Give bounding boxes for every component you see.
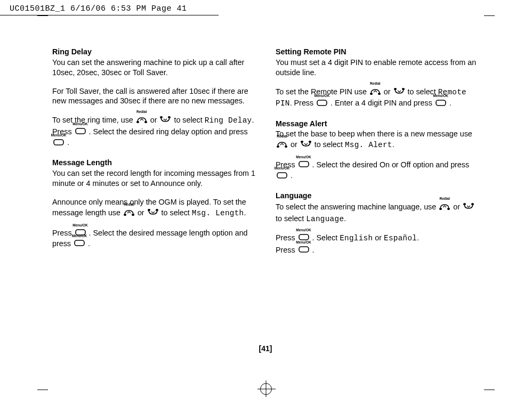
heading-message-length: Message Length	[52, 158, 255, 168]
section-language: Language To select the answering machine…	[276, 191, 479, 256]
menu-ok-icon: Menu/OK	[435, 99, 447, 109]
left-column: Ring Delay You can set the answering mac…	[52, 47, 255, 265]
heading-message-alert: Message Alert	[276, 119, 479, 129]
body-text: To set the Remote PIN use Redial or to s…	[276, 86, 479, 109]
text: .	[67, 138, 69, 147]
icon-label: Menu/OK	[72, 223, 88, 228]
text: or	[291, 141, 300, 149]
menu-ok-icon: Menu/OK	[316, 99, 328, 109]
icon-label: Menu/OK	[72, 234, 87, 239]
page-content: Ring Delay You can set the answering mac…	[52, 47, 479, 356]
code-text: English	[340, 234, 373, 242]
text: . Select the desired ring delay option a…	[89, 127, 248, 136]
redial-up-icon: Redial	[123, 207, 135, 220]
icon-label: Menu/OK	[296, 240, 311, 245]
section-remote-pin: Setting Remote PIN You must set a 4 digi…	[276, 47, 479, 109]
down-icon	[393, 86, 405, 99]
menu-ok-icon: Menu/OK	[276, 171, 288, 182]
text: .	[244, 208, 246, 217]
redial-up-icon: Redial	[276, 139, 288, 151]
section-message-length: Message Length You can set the record le…	[52, 158, 255, 249]
down-icon	[147, 207, 159, 220]
icon-label: Menu/OK	[315, 94, 330, 99]
menu-ok-icon: Menu/OK	[75, 127, 86, 137]
icon-label: Menu/OK	[275, 166, 290, 171]
body-text: To select the answering machine language…	[276, 201, 479, 224]
text: or	[384, 87, 393, 96]
text: . Enter a 4 digit PIN and press	[331, 99, 434, 107]
text: .	[88, 239, 90, 248]
icon-label: Redial	[370, 82, 381, 86]
text: .	[291, 171, 293, 180]
text: . Select the desired On or Off option an…	[312, 160, 470, 169]
crop-mark-bottom-center	[260, 383, 272, 395]
text: to select	[162, 208, 192, 217]
body-text: Press Menu/OK . Select the desired On or…	[276, 160, 479, 181]
down-icon	[300, 139, 312, 151]
icon-label: Redial	[124, 202, 134, 207]
body-text: For Toll Saver, the call is answered aft…	[52, 86, 255, 107]
right-column: Setting Remote PIN You must set a 4 digi…	[276, 47, 479, 265]
heading-remote-pin: Setting Remote PIN	[276, 47, 479, 57]
code-text: Language	[306, 215, 344, 223]
icon-label: Menu/OK	[433, 94, 449, 99]
menu-ok-icon: Menu/OK	[298, 160, 310, 171]
text: or	[138, 208, 147, 217]
menu-ok-icon: Menu/OK	[298, 245, 310, 256]
text: Press	[276, 246, 297, 254]
text: To select the answering machine language…	[276, 203, 438, 212]
heading-ring-delay: Ring Delay	[52, 47, 255, 57]
icon-label: Redial	[277, 134, 287, 139]
body-text: To set the base to beep when there is a …	[276, 129, 479, 151]
icon-label: Menu/OK	[51, 133, 67, 138]
text: To set the base to beep when there is a …	[276, 129, 472, 138]
text: .	[449, 99, 452, 107]
text: Press	[52, 229, 74, 237]
down-icon	[463, 201, 474, 214]
menu-ok-icon: Menu/OK	[74, 239, 85, 249]
code-text: Ring Delay	[205, 117, 252, 125]
text: .	[417, 233, 419, 242]
icon-label: Menu/OK	[296, 228, 311, 233]
redial-up-icon: Redial	[369, 86, 381, 99]
text: .	[344, 214, 346, 223]
section-ring-delay: Ring Delay You can set the answering mac…	[52, 47, 255, 148]
icon-label: Menu/OK	[296, 155, 311, 160]
text: . Press	[290, 99, 316, 107]
code-text: Msg. Alert	[345, 141, 392, 150]
body-text: You can set the answering machine to pic…	[52, 58, 255, 78]
text: .	[312, 246, 315, 254]
text: to select	[276, 214, 306, 223]
body-text: Announce only means only the OGM is play…	[52, 197, 255, 220]
text: To set the ring time, use	[52, 116, 135, 125]
section-message-alert: Message Alert To set the base to beep wh…	[276, 119, 479, 182]
redial-up-icon: Redial	[136, 115, 148, 127]
text: or	[375, 233, 384, 242]
text: .	[392, 141, 394, 149]
code-text: Msg. Length	[192, 209, 244, 217]
body-text: Press Menu/OK .	[276, 245, 479, 256]
code-text: Español	[384, 234, 417, 242]
body-text: You can set the record length for incomi…	[52, 168, 255, 189]
icon-label: Menu/OK	[72, 122, 88, 127]
crop-marks-top	[37, 15, 495, 16]
text: or	[150, 116, 159, 125]
body-text: To set the ring time, use Redial or to s…	[52, 115, 255, 148]
down-icon	[159, 115, 171, 127]
icon-label: Redial	[439, 197, 450, 201]
page-number: [41]	[259, 344, 272, 353]
text: to select	[315, 141, 345, 149]
body-text: You must set a 4 digit PIN to enable rem…	[276, 58, 479, 78]
text: or	[453, 203, 462, 212]
text: . Select	[312, 233, 340, 242]
redial-up-icon: Redial	[439, 201, 450, 214]
body-text: Press Menu/OK . Select the desired messa…	[52, 228, 255, 249]
text: to select	[174, 116, 204, 125]
print-header: UC01501BZ_1 6/16/06 6:53 PM Page 41	[10, 4, 187, 13]
menu-ok-icon: Menu/OK	[53, 138, 65, 149]
text: Press	[276, 233, 297, 242]
icon-label: Redial	[136, 110, 147, 115]
